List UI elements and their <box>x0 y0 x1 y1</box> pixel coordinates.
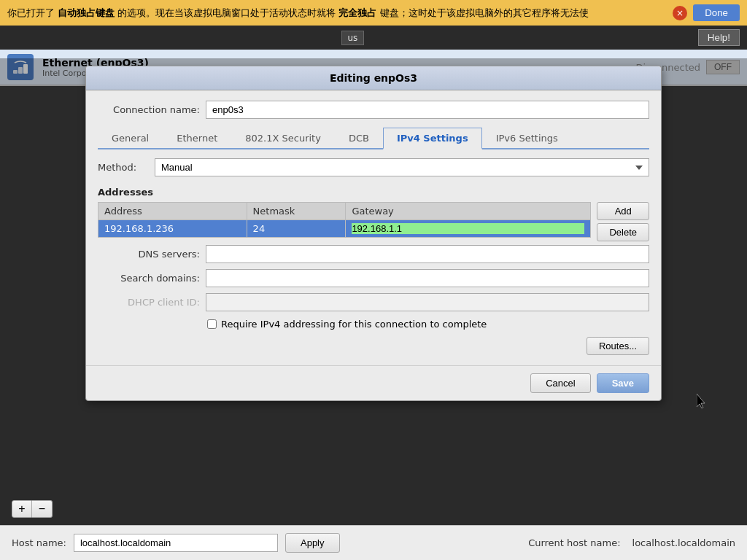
cell-netmask: 24 <box>247 220 346 238</box>
addresses-area: Address Netmask Gateway 192.168.1.236 24 <box>98 202 649 245</box>
table-row[interactable]: 192.168.1.236 24 <box>98 220 591 238</box>
routes-row: Routes... <box>98 337 649 355</box>
notif-pre: 你已打开了 <box>7 7 55 18</box>
addresses-table-container: Address Netmask Gateway 192.168.1.236 24 <box>98 202 591 245</box>
notif-end: 键盘；这时处于该虚拟电脑外的其它程序将无法使 <box>380 7 589 18</box>
remove-connection-button[interactable]: − <box>32 500 53 518</box>
search-domains-row: Search domains: <box>98 269 649 287</box>
dialog-title: Editing enpOs3 <box>86 66 661 90</box>
dns-label: DNS servers: <box>98 249 200 260</box>
dhcp-row: DHCP client ID: <box>98 293 649 311</box>
require-ipv4-checkbox[interactable] <box>207 319 217 329</box>
notification-bar: 你已打开了 自动独占键盘 的选项。现在当该虚拟电脑窗口处于活动状态时就将 完全独… <box>0 0 747 26</box>
method-row: Method: Manual Automatic (DHCP) Link-Loc… <box>98 158 649 176</box>
notif-mid: 的选项。现在当该虚拟电脑窗口处于活动状态时就将 <box>117 7 336 18</box>
require-ipv4-label: Require IPv4 addressing for this connect… <box>221 319 487 330</box>
toolbar-bar: us Help! <box>0 26 747 50</box>
search-domains-input[interactable] <box>206 269 649 287</box>
method-select[interactable]: Manual Automatic (DHCP) Link-Local Only … <box>155 158 649 176</box>
current-host-value: localhost.localdomain <box>632 537 735 548</box>
cell-address: 192.168.1.236 <box>98 220 247 238</box>
bottom-bar: Host name: Apply Current host name: loca… <box>0 525 747 560</box>
addresses-buttons: Add Delete <box>597 202 649 245</box>
close-notification-button[interactable]: × <box>673 6 687 20</box>
notif-bold2: 完全独占 <box>338 7 376 18</box>
dns-input[interactable] <box>206 245 649 263</box>
col-gateway: Gateway <box>346 203 591 220</box>
delete-button[interactable]: Delete <box>597 223 649 241</box>
col-netmask: Netmask <box>247 203 346 220</box>
dns-servers-row: DNS servers: <box>98 245 649 263</box>
addresses-section-title: Addresses <box>98 187 649 198</box>
dhcp-input[interactable] <box>206 293 649 311</box>
tab-bar: General Ethernet 802.1X Security DCB IPv… <box>98 128 649 149</box>
connection-name-label: Connection name: <box>98 104 200 115</box>
connection-name-input[interactable] <box>206 101 649 119</box>
notif-bold1: 自动独占键盘 <box>58 7 115 18</box>
dialog-backdrop: Editing enpOs3 Connection name: General … <box>0 58 747 560</box>
routes-button[interactable]: Routes... <box>587 337 649 355</box>
keyboard-indicator: us <box>341 31 365 45</box>
tab-ipv6-settings[interactable]: IPv6 Settings <box>482 128 572 148</box>
cancel-button[interactable]: Cancel <box>530 373 590 393</box>
apply-button[interactable]: Apply <box>285 533 340 553</box>
add-button[interactable]: Add <box>597 202 649 220</box>
search-label: Search domains: <box>98 273 200 284</box>
dhcp-label: DHCP client ID: <box>98 297 200 308</box>
tab-general[interactable]: General <box>98 128 163 148</box>
add-remove-bar: + − <box>12 500 53 518</box>
dialog-body: Connection name: General Ethernet 802.1X… <box>86 90 661 365</box>
help-button[interactable]: Help! <box>698 29 740 46</box>
cell-gateway[interactable] <box>346 220 591 238</box>
save-button[interactable]: Save <box>597 373 649 393</box>
host-name-input[interactable] <box>74 534 278 552</box>
addresses-table: Address Netmask Gateway 192.168.1.236 24 <box>98 202 591 238</box>
method-label: Method: <box>98 162 149 173</box>
tab-ipv4-settings[interactable]: IPv4 Settings <box>383 128 482 149</box>
require-ipv4-row: Require IPv4 addressing for this connect… <box>98 319 649 330</box>
notification-text: 你已打开了 自动独占键盘 的选项。现在当该虚拟电脑窗口处于活动状态时就将 完全独… <box>7 7 673 20</box>
connection-name-row: Connection name: <box>98 101 649 119</box>
tab-8021x-security[interactable]: 802.1X Security <box>231 128 335 148</box>
col-address: Address <box>98 203 247 220</box>
add-connection-button[interactable]: + <box>12 500 32 518</box>
gateway-input[interactable] <box>352 223 584 234</box>
done-button[interactable]: Done <box>693 4 740 21</box>
current-host-label: Current host name: <box>528 537 620 548</box>
host-name-label: Host name: <box>12 537 66 548</box>
tab-ethernet[interactable]: Ethernet <box>163 128 231 148</box>
tab-dcb[interactable]: DCB <box>335 128 383 148</box>
editing-dialog: Editing enpOs3 Connection name: General … <box>85 66 662 401</box>
dialog-footer: Cancel Save <box>86 365 661 400</box>
